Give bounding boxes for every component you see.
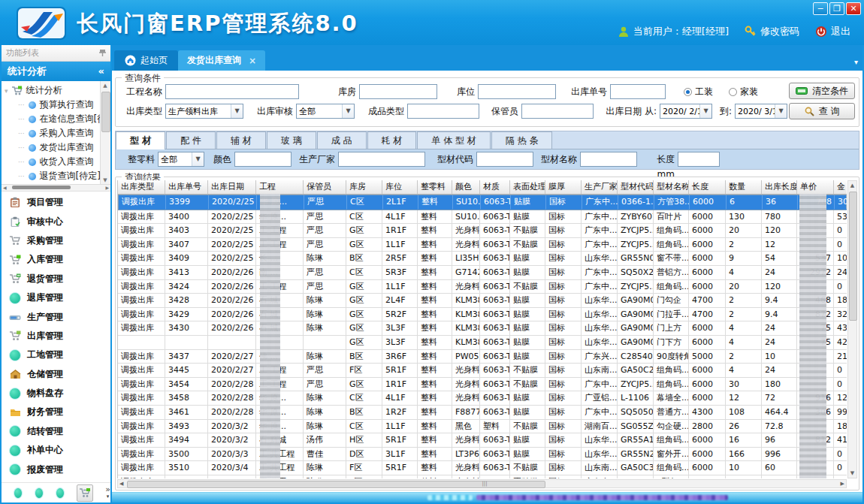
tree-item-在途信息查询[待[interactable]: ···在途信息查询[待 <box>2 112 110 126</box>
column-header-整零料[interactable]: 整零料 <box>418 180 452 194</box>
table-row[interactable]: 调拨出库34932020/3/2华 原...陈琳C区1L1F整料黑色塑料不贴膜国… <box>118 420 847 434</box>
scroll-left-icon[interactable]: ◀ <box>3 185 7 191</box>
clear-conditions-button[interactable]: 清空条件 <box>789 83 855 99</box>
sidebar-item-退货管理[interactable]: 退货管理 <box>2 270 110 288</box>
table-row[interactable]: 调拨出库34942020/3/2石 辉城汤伟H区5R1F整料光身料6063-T5… <box>118 433 847 448</box>
project-name-input[interactable] <box>165 84 299 99</box>
radio-jiazhuang[interactable]: 家装 <box>729 84 758 99</box>
scroll-right-icon[interactable]: ▶ <box>841 480 844 488</box>
dot-icon[interactable] <box>35 487 44 499</box>
tree-item-退货查询[待定][interactable]: ···退货查询[待定] <box>2 169 110 183</box>
zhengling-select[interactable]: 全部▼ <box>158 152 204 167</box>
material-tab-成品[interactable]: 成 品 <box>317 131 367 149</box>
overflow-chevron-icon[interactable]: »▾ <box>105 487 110 499</box>
cart-button[interactable] <box>77 484 93 502</box>
tree-item-预算执行查询[interactable]: ···预算执行查询 <box>2 98 110 112</box>
column-header-出库日期[interactable]: 出库日期 <box>208 180 256 194</box>
column-header-颜色[interactable]: 颜色 <box>452 180 480 194</box>
tree-vertical-scrollbar[interactable]: ▲ ▼ <box>100 81 110 185</box>
material-tab-玻璃[interactable]: 玻 璃 <box>267 131 316 149</box>
tab-shipment-outbound-query[interactable]: 发货出库查询 × <box>178 50 265 71</box>
table-row[interactable]: 调拨出库34282020/2/26石 城陈琳G区2L4F整料KLM3817606… <box>118 294 847 308</box>
maximize-button[interactable]: ❐ <box>829 2 844 15</box>
table-row[interactable]: 调拨出库34002020/2/25华 原...严思C区4L1F整料SU10...… <box>118 210 847 225</box>
logout-button[interactable]: 退出 <box>815 25 850 38</box>
table-row[interactable]: 调拨出库34452020/2/27工 工程严思F区5R1F整料光身料6063-T… <box>118 364 847 378</box>
sidebar-item-财务管理[interactable]: 财务管理 <box>2 403 110 421</box>
table-row[interactable]: 调拨出库34032020/2/25工 工程严思G区1R1F整料光身料6063-T… <box>118 224 847 238</box>
column-header-长度[interactable]: 长度 <box>689 180 726 194</box>
order-no-input[interactable] <box>610 84 666 99</box>
search-button[interactable]: 查 询 <box>789 103 855 119</box>
table-row[interactable]: 调拨出库34292020/2/26石 城陈琳G区5R2F整料KLM3817606… <box>118 308 847 322</box>
collapse-icon[interactable]: « <box>98 62 104 81</box>
table-row[interactable]: 调拨出库35122020/3/4工 共工程陈琳F区1L2F整料光身料6063-T… <box>118 475 847 478</box>
close-button[interactable]: ✕ <box>846 2 861 15</box>
sidebar-item-审核中心[interactable]: 审核中心 <box>2 212 110 231</box>
column-header-出库长度[interactable]: 出库长度 <box>762 180 797 194</box>
change-password-button[interactable]: 修改密码 <box>745 25 799 38</box>
product-type-input[interactable] <box>407 104 479 119</box>
dot-icon[interactable] <box>56 487 65 499</box>
material-tab-隔热条[interactable]: 隔 热 条 <box>491 131 553 149</box>
table-row[interactable]: 调拨出库34302020/2/26石 城陈琳G区3L3F整料KLM3817606… <box>118 321 847 336</box>
scroll-up-icon[interactable]: ▲ <box>848 181 856 190</box>
scroll-down-icon[interactable]: ▼ <box>848 469 856 478</box>
profile-name-input[interactable] <box>580 152 637 167</box>
material-tab-耗材[interactable]: 耗 材 <box>367 131 417 149</box>
table-horizontal-scrollbar[interactable]: ◀ ||| ▶ <box>117 479 847 488</box>
out-type-select[interactable]: 生产领料出库▼ <box>165 104 243 119</box>
tabstrip-overflow-icon[interactable]: ▾ <box>854 58 858 66</box>
sidebar-item-出库管理[interactable]: 出库管理 <box>2 327 110 346</box>
sidebar-item-物料盘存[interactable]: 物料盘存 <box>2 384 110 403</box>
sidebar-item-采购管理[interactable]: 采购管理 <box>2 231 110 250</box>
scroll-left-icon[interactable]: ◀ <box>119 480 123 488</box>
sidebar-item-仓储管理[interactable]: 仓储管理 <box>2 365 110 384</box>
column-header-工程[interactable]: 工程 <box>256 180 304 194</box>
tab-close-icon[interactable]: × <box>249 56 256 66</box>
table-row[interactable]: 调拨出库33992020/2/25华 原...严思C区2L1F整料SU10...… <box>118 195 847 210</box>
table-row[interactable]: 调拨出库35002020/3/3工 共工程曹佳D区3L1F整料LT3P60606… <box>118 448 847 462</box>
tree-item-采购入库查询[interactable]: ···采购入库查询 <box>2 126 110 140</box>
table-row[interactable]: 调拨出库34242020/2/26工 工程严思G区1L1F整料光身料6063-T… <box>118 280 847 294</box>
column-header-出库类型[interactable]: 出库类型 <box>118 180 165 194</box>
profile-code-input[interactable] <box>476 152 533 167</box>
material-tab-配件[interactable]: 配 件 <box>166 131 216 149</box>
column-header-保管员[interactable]: 保管员 <box>304 180 346 194</box>
out-audit-select[interactable]: 全部▼ <box>296 104 355 119</box>
sidebar-item-工地管理[interactable]: 工地管理 <box>2 346 110 364</box>
table-row[interactable]: 调拨出库34612020/2/28华 原...陈琳B区1R2F整料F8877FT… <box>118 406 847 420</box>
warehouse-input[interactable] <box>359 84 437 99</box>
expander-icon[interactable]: ▾ <box>5 87 8 95</box>
sidebar-item-结转管理[interactable]: 结转管理 <box>2 422 110 441</box>
column-header-材质[interactable]: 材质 <box>480 180 510 194</box>
column-header-膜厚[interactable]: 膜厚 <box>545 180 582 194</box>
sidebar-item-生产管理[interactable]: 生产管理 <box>2 307 110 326</box>
table-row[interactable]: G区3L3F整料KLM38176063-T5贴膜国标山东华...GA90M09.… <box>118 336 847 350</box>
column-header-数量[interactable]: 数量 <box>726 180 762 194</box>
date-from-select[interactable]: 2020/ 2/16▼ <box>660 104 712 119</box>
column-header-库位[interactable]: 库位 <box>382 180 418 194</box>
table-row[interactable]: 调拨出库34072020/2/25工 工程严思G区1L1F整料光身料6063-T… <box>118 238 847 252</box>
scroll-up-icon[interactable]: ▲ <box>101 81 110 90</box>
keeper-input[interactable] <box>521 104 594 119</box>
table-row[interactable]: 调拨出库35102020/3/4工 共工程陈琳F区5R1F整料光身料6063-T… <box>118 461 847 475</box>
column-header-型材代码[interactable]: 型材代码 <box>618 180 654 194</box>
location-input[interactable] <box>478 84 556 99</box>
table-row[interactable]: 调拨出库34582020/2/28华 原...陈琳C区4L1F整料光身料6063… <box>118 391 847 406</box>
material-tab-型材[interactable]: 型 材 <box>116 131 165 149</box>
column-header-金[interactable]: 金 <box>834 180 847 194</box>
column-header-型材名称[interactable]: 型材名称 <box>654 180 689 194</box>
table-row[interactable]: 调拨出库34132020/2/26南 ...严思C区5R3F整料G7142260… <box>118 266 847 280</box>
tree-root[interactable]: ▾ 统计分析 <box>2 83 110 98</box>
material-tab-辅材[interactable]: 辅 材 <box>216 131 266 149</box>
column-header-单价[interactable]: 单价 <box>797 180 834 194</box>
tree-horizontal-scrollbar[interactable]: ◀ ▶ <box>2 184 110 191</box>
dot-icon[interactable] <box>14 487 23 499</box>
column-header-表面处理[interactable]: 表面处理 <box>510 180 545 194</box>
sidebar-item-入库管理[interactable]: 入库管理 <box>2 250 110 269</box>
column-header-生产厂家[interactable]: 生产厂家 <box>582 180 618 194</box>
sidebar-item-退库管理[interactable]: 退库管理 <box>2 288 110 307</box>
radio-gongzhuang[interactable]: 工装 <box>684 84 713 99</box>
scroll-right-icon[interactable]: ▶ <box>105 185 109 191</box>
